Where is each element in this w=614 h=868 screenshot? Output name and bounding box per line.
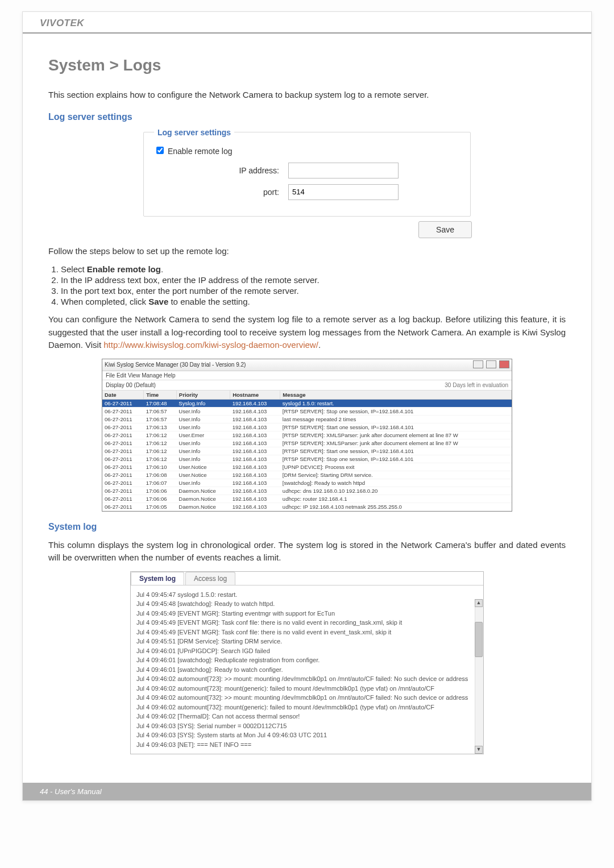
step-item: Select Enable remote log. [61, 264, 566, 274]
page-footer: 44 - User's Manual [23, 783, 591, 800]
log-server-legend: Log server settings [154, 128, 234, 137]
kiwi-cell: 06-27-2011 [102, 399, 144, 407]
steps-list: Select Enable remote log.In the IP addre… [48, 264, 566, 306]
kiwi-cell: 192.168.4.103 [230, 455, 280, 463]
kiwi-cell: 17:06:06 [144, 487, 177, 495]
kiwi-cell: [UPNP DEVICE]: Process exit [280, 463, 512, 471]
kiwi-cell: 06-27-2011 [102, 495, 144, 502]
kiwi-cell: 17:08:48 [144, 399, 177, 407]
kiwi-cell: 17:06:57 [144, 415, 177, 423]
step-item: In the port text box, enter the port num… [61, 286, 566, 296]
kiwi-row[interactable]: 06-27-201117:06:12User.Info192.168.4.103… [102, 439, 512, 447]
kiwi-col-header[interactable]: Priority [176, 391, 230, 400]
kiwi-cell: 17:06:07 [144, 479, 177, 487]
kiwi-cell: udhcpc: IP 192.168.4.103 netmask 255.255… [280, 502, 512, 510]
maximize-icon[interactable] [486, 360, 496, 368]
kiwi-cell: 06-27-2011 [102, 431, 144, 439]
kiwi-cell: [RTSP SERVER]: Start one session, IP=192… [280, 447, 512, 455]
kiwi-cell: 17:06:12 [144, 431, 177, 439]
kiwi-log-table: DateTimePriorityHostnameMessage 06-27-20… [102, 391, 512, 511]
kiwi-cell: 192.168.4.103 [230, 487, 280, 495]
kiwi-cell: User.Info [176, 479, 230, 487]
kiwi-cell: 17:06:13 [144, 423, 177, 431]
kiwi-row[interactable]: 06-27-201117:06:07User.Info192.168.4.103… [102, 479, 512, 487]
kiwi-cell: 17:06:12 [144, 447, 177, 455]
kiwi-row[interactable]: 06-27-201117:06:12User.Info192.168.4.103… [102, 447, 512, 455]
steps-intro: Follow the steps below to set up the rem… [48, 245, 566, 258]
kiwi-cell: 192.168.4.103 [230, 423, 280, 431]
ip-address-input[interactable] [288, 163, 399, 178]
kiwi-row[interactable]: 06-27-201117:08:48Syslog.Info192.168.4.1… [102, 399, 512, 407]
close-icon[interactable] [499, 360, 509, 368]
intro-text: This section explains how to configure t… [48, 89, 566, 102]
log-line: Jul 4 09:46:01 [swatchdog]: Reduplicate … [136, 655, 478, 665]
kiwi-col-header[interactable]: Hostname [230, 391, 280, 400]
window-buttons [472, 360, 509, 369]
tab-system-log[interactable]: System log [131, 572, 184, 585]
kiwi-cell: 17:06:10 [144, 463, 177, 471]
kiwi-cell: 192.168.4.103 [230, 463, 280, 471]
kiwi-cell: 192.168.4.103 [230, 431, 280, 439]
log-line: Jul 4 09:45:48 [swatchdog]: Ready to wat… [136, 599, 478, 609]
log-line: Jul 4 09:46:02 automount[732]: >> mount:… [136, 693, 478, 703]
log-line: Jul 4 09:45:49 [EVENT MGR]: Task conf fi… [136, 628, 478, 637]
kiwi-cell: 192.168.4.103 [230, 502, 280, 510]
kiwi-row[interactable]: 06-27-201117:06:06Daemon.Notice192.168.4… [102, 495, 512, 502]
kiwi-toolbar-right: 30 Days left in evaluation [445, 382, 508, 388]
kiwi-cell: 192.168.4.103 [230, 439, 280, 447]
system-log-desc: This column displays the system log in c… [48, 539, 566, 564]
kiwi-syslog-screenshot: Kiwi Syslog Service Manager (30 Day tria… [102, 359, 512, 512]
minimize-icon[interactable] [473, 360, 483, 368]
save-button[interactable]: Save [418, 221, 472, 238]
kiwi-row[interactable]: 06-27-201117:06:08User.Notice192.168.4.1… [102, 471, 512, 479]
system-log-panel: System log Access log Jul 4 09:45:47 sys… [130, 571, 484, 755]
kiwi-cell: 06-27-2011 [102, 502, 144, 510]
scroll-down-icon[interactable]: ▼ [475, 746, 483, 754]
kiwi-row[interactable]: 06-27-201117:06:57User.Info192.168.4.103… [102, 415, 512, 423]
kiwi-cell: User.Info [176, 415, 230, 423]
log-line: Jul 4 09:46:02 automount[732]: mount(gen… [136, 703, 478, 712]
log-server-fieldset: Log server settings Enable remote log IP… [143, 128, 471, 217]
kiwi-cell: Daemon.Notice [176, 495, 230, 502]
kiwi-cell: User.Info [176, 407, 230, 415]
enable-remote-log-checkbox[interactable] [156, 147, 164, 154]
kiwi-col-header[interactable]: Message [280, 391, 512, 400]
kiwi-cell: User.Emer [176, 431, 230, 439]
scroll-up-icon[interactable]: ▲ [475, 599, 483, 607]
tab-access-log[interactable]: Access log [185, 572, 235, 585]
kiwi-row[interactable]: 06-27-201117:06:12User.Emer192.168.4.103… [102, 431, 512, 439]
kiwi-cell: User.Info [176, 447, 230, 455]
kiwi-col-header[interactable]: Time [144, 391, 177, 400]
kiwi-cell: User.Notice [176, 471, 230, 479]
kiwi-cell: 06-27-2011 [102, 439, 144, 447]
kiwi-toolbar-left[interactable]: Display 00 (Default) [106, 382, 156, 388]
kiwi-cell: User.Info [176, 439, 230, 447]
ip-address-label: IP address: [154, 166, 288, 175]
kiwi-row[interactable]: 06-27-201117:06:10User.Notice192.168.4.1… [102, 463, 512, 471]
log-line: Jul 4 09:46:01 [UPnPIGDCP]: Search IGD f… [136, 646, 478, 656]
kiwi-cell: 06-27-2011 [102, 455, 144, 463]
kiwi-row[interactable]: 06-27-201117:06:57User.Info192.168.4.103… [102, 407, 512, 415]
scrollbar-thumb[interactable] [475, 622, 483, 657]
scrollbar-track[interactable]: ▲ ▼ [475, 599, 483, 754]
page-title: System > Logs [48, 56, 566, 74]
kiwi-row[interactable]: 06-27-201117:06:06Daemon.Notice192.168.4… [102, 487, 512, 495]
log-line: Jul 4 09:46:03 [SYS]: Serial number = 00… [136, 721, 478, 731]
kiwi-link[interactable]: http://www.kiwisyslog.com/kiwi-syslog-da… [103, 340, 318, 350]
kiwi-cell: 06-27-2011 [102, 471, 144, 479]
kiwi-cell: syslogd 1.5.0: restart. [280, 399, 512, 407]
kiwi-col-header[interactable]: Date [102, 391, 144, 400]
kiwi-row[interactable]: 06-27-201117:06:13User.Info192.168.4.103… [102, 423, 512, 431]
kiwi-row[interactable]: 06-27-201117:06:12User.Info192.168.4.103… [102, 455, 512, 463]
kiwi-window-title: Kiwi Syslog Service Manager (30 Day tria… [105, 362, 246, 368]
kiwi-menubar[interactable]: File Edit View Manage Help [102, 371, 512, 380]
port-input[interactable] [288, 184, 399, 200]
kiwi-row[interactable]: 06-27-201117:06:05Daemon.Notice192.168.4… [102, 502, 512, 510]
kiwi-cell: User.Info [176, 455, 230, 463]
kiwi-cell: udhcpc: router 192.168.4.1 [280, 495, 512, 502]
kiwi-cell: 06-27-2011 [102, 415, 144, 423]
kiwi-cell: [swatchdog]: Ready to watch httpd [280, 479, 512, 487]
kiwi-cell: [RTSP SERVER]: Stop one session, IP=192.… [280, 455, 512, 463]
kiwi-cell: 17:06:05 [144, 502, 177, 510]
kiwi-cell: [RTSP SERVER]: Stop one session, IP=192.… [280, 407, 512, 415]
